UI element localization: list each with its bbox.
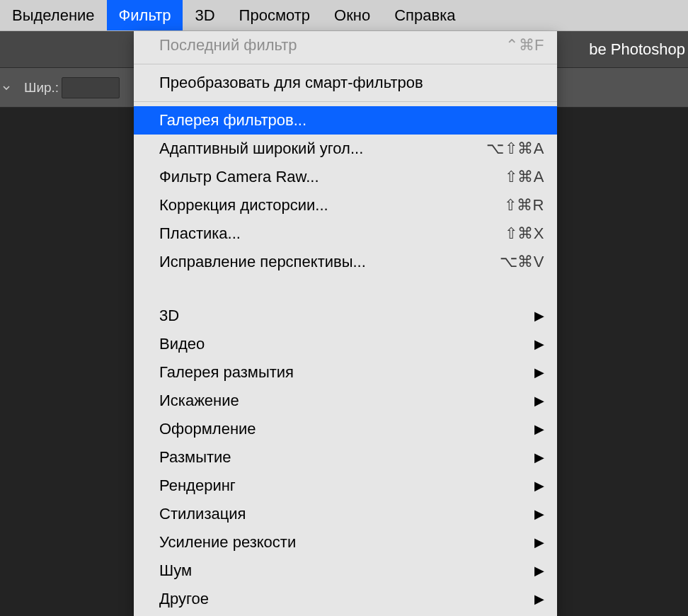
submenu-render[interactable]: Рендеринг ▶ [134,472,557,500]
menu-item-label: Последний фильтр [159,36,505,55]
menu-item-label: Искажение [159,392,529,410]
menu-item-label: Шум [159,561,529,580]
submenu-arrow-icon: ▶ [534,308,544,324]
submenu-noise[interactable]: Шум ▶ [134,557,557,585]
submenu-blur-gallery[interactable]: Галерея размытия ▶ [134,358,557,387]
menu-item-label: Другое [159,590,529,608]
menubar: Выделение Фильтр 3D Просмотр Окно Справк… [0,0,688,31]
menu-view[interactable]: Просмотр [227,0,322,30]
menu-item-label: Коррекция дисторсии... [159,196,504,215]
submenu-arrow-icon: ▶ [534,393,544,409]
submenu-arrow-icon: ▶ [534,478,544,494]
submenu-distort[interactable]: Искажение ▶ [134,387,557,415]
submenu-video[interactable]: Видео ▶ [134,330,557,358]
submenu-arrow-icon: ▶ [534,421,544,437]
menu-separator [134,101,557,102]
submenu-pixelate[interactable]: Оформление ▶ [134,415,557,443]
menu-item-shortcut: ⌥⌘V [500,253,544,271]
menu-label: 3D [195,6,214,25]
menu-window[interactable]: Окно [322,0,382,30]
menu-item-label: Фильтр Camera Raw... [159,168,505,186]
menu-item-label: Галерея размытия [159,363,529,382]
menu-item-last-filter: Последний фильтр ⌃⌘F [134,31,557,59]
submenu-blur[interactable]: Размытие ▶ [134,443,557,472]
app-name: be Photoshop [589,31,688,68]
menu-item-label: Видео [159,335,529,353]
menu-help[interactable]: Справка [382,0,467,30]
chevron-down-icon[interactable] [0,68,13,108]
menu-label: Выделение [12,6,95,25]
menu-item-vanishing-point[interactable]: Исправление перспективы... ⌥⌘V [134,248,557,276]
menu-item-label: Размытие [159,448,529,467]
submenu-arrow-icon: ▶ [534,563,544,578]
menu-item-label: Рендеринг [159,477,529,495]
menu-item-lens-correction[interactable]: Коррекция дисторсии... ⇧⌘R [134,191,557,219]
menu-item-label: Исправление перспективы... [159,253,500,271]
menu-item-liquify[interactable]: Пластика... ⇧⌘X [134,219,557,248]
menu-item-label: Галерея фильтров... [159,111,544,130]
menu-item-shortcut: ⌃⌘F [505,36,544,55]
filter-menu: Последний фильтр ⌃⌘F Преобразовать для с… [134,31,557,616]
menu-item-adaptive[interactable]: Адаптивный широкий угол... ⌥⇧⌘A [134,135,557,163]
menu-item-shortcut: ⇧⌘X [505,224,544,243]
submenu-sharpen[interactable]: Усиление резкости ▶ [134,528,557,557]
menu-label: Просмотр [239,6,310,25]
menu-item-label: Усиление резкости [159,533,529,552]
menu-item-label: Адаптивный широкий угол... [159,139,486,158]
menu-item-convert-smart[interactable]: Преобразовать для смарт-фильтров [134,69,557,97]
submenu-arrow-icon: ▶ [534,591,544,607]
menu-selection[interactable]: Выделение [0,0,107,30]
menu-item-shortcut: ⇧⌘R [504,196,544,215]
menu-item-label: Преобразовать для смарт-фильтров [159,74,544,92]
width-label: Шир.: [24,80,59,96]
submenu-arrow-icon: ▶ [534,365,544,380]
submenu-arrow-icon: ▶ [534,450,544,465]
menu-label: Окно [334,6,370,25]
submenu-other[interactable]: Другое ▶ [134,585,557,613]
menu-item-shortcut: ⇧⌘A [505,168,544,186]
submenu-3d[interactable]: 3D ▶ [134,302,557,330]
menu-item-label: Стилизация [159,505,529,523]
menu-label: Фильтр [119,6,171,25]
menu-3d[interactable]: 3D [183,0,227,30]
menu-item-label: Оформление [159,420,529,438]
submenu-arrow-icon: ▶ [534,336,544,352]
menu-separator [134,64,557,64]
submenu-stylize[interactable]: Стилизация ▶ [134,500,557,528]
menu-gap [134,276,557,302]
menu-item-filter-gallery[interactable]: Галерея фильтров... [134,106,557,135]
menu-label: Справка [394,6,455,25]
menu-filter[interactable]: Фильтр [107,0,183,30]
menu-item-label: 3D [159,307,529,325]
submenu-arrow-icon: ▶ [534,535,544,550]
menu-item-camera-raw[interactable]: Фильтр Camera Raw... ⇧⌘A [134,163,557,191]
width-input[interactable] [62,77,120,98]
menu-item-shortcut: ⌥⇧⌘A [486,139,544,158]
menu-item-label: Пластика... [159,224,505,243]
submenu-arrow-icon: ▶ [534,506,544,522]
